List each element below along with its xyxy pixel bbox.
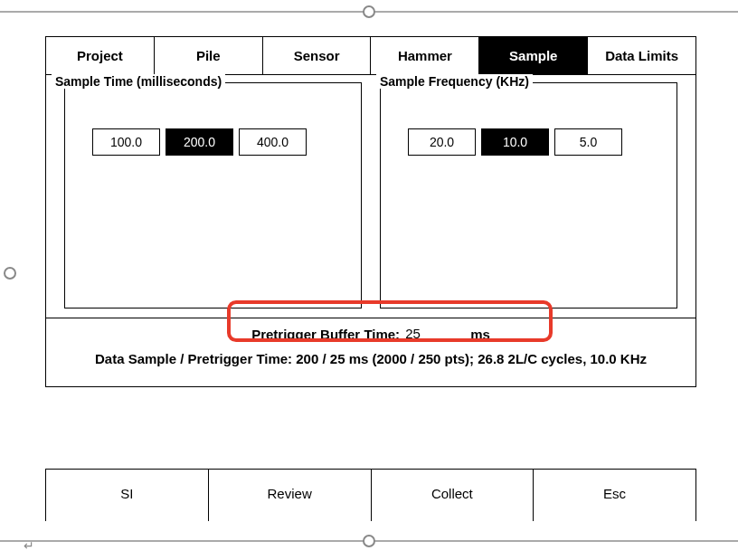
tab-sample[interactable]: Sample [479,37,588,74]
tab-hammer[interactable]: Hammer [371,37,479,74]
tab-data-limits[interactable]: Data Limits [588,37,695,74]
selection-handle-top[interactable] [363,5,375,18]
top-tabs: Project Pile Sensor Hammer Sample Data L… [46,37,695,75]
paragraph-mark-icon: ↵ [24,538,34,553]
sample-time-option-200[interactable]: 200.0 [166,128,233,156]
sample-freq-option-20[interactable]: 20.0 [408,128,476,156]
selection-handle-left[interactable] [4,267,16,280]
sample-time-options: 100.0 200.0 400.0 [92,128,343,156]
bottom-bar: SI Review Collect Esc [45,469,696,521]
tab-sensor[interactable]: Sensor [263,37,372,74]
pretrigger-label: Pretrigger Buffer Time: [251,327,400,342]
panels-row: Sample Time (milliseconds) 100.0 200.0 4… [46,75,695,318]
pretrigger-section: Pretrigger Buffer Time: ms Data Sample /… [46,318,695,386]
selection-handle-bottom[interactable] [363,535,375,547]
esc-button[interactable]: Esc [534,470,695,521]
sample-freq-option-10[interactable]: 10.0 [481,128,549,156]
sample-time-panel: Sample Time (milliseconds) 100.0 200.0 4… [46,75,371,318]
sample-settings-panel: Project Pile Sensor Hammer Sample Data L… [45,36,696,387]
sample-time-option-100[interactable]: 100.0 [92,128,160,156]
sample-freq-title: Sample Frequency (KHz) [376,74,533,89]
pretrigger-unit: ms [470,327,490,342]
sample-freq-option-5[interactable]: 5.0 [554,128,622,156]
review-button[interactable]: Review [209,470,372,521]
tab-pile[interactable]: Pile [155,37,263,74]
si-button[interactable]: SI [46,470,209,521]
tab-project[interactable]: Project [46,37,155,74]
data-sample-summary: Data Sample / Pretrigger Time: 200 / 25 … [46,342,695,381]
sample-freq-options: 20.0 10.0 5.0 [408,128,658,156]
collect-button[interactable]: Collect [372,470,535,521]
pretrigger-input[interactable] [403,326,467,342]
sample-time-option-400[interactable]: 400.0 [239,128,307,156]
sample-time-title: Sample Time (milliseconds) [52,74,225,89]
sample-freq-panel: Sample Frequency (KHz) 20.0 10.0 5.0 [371,75,695,318]
